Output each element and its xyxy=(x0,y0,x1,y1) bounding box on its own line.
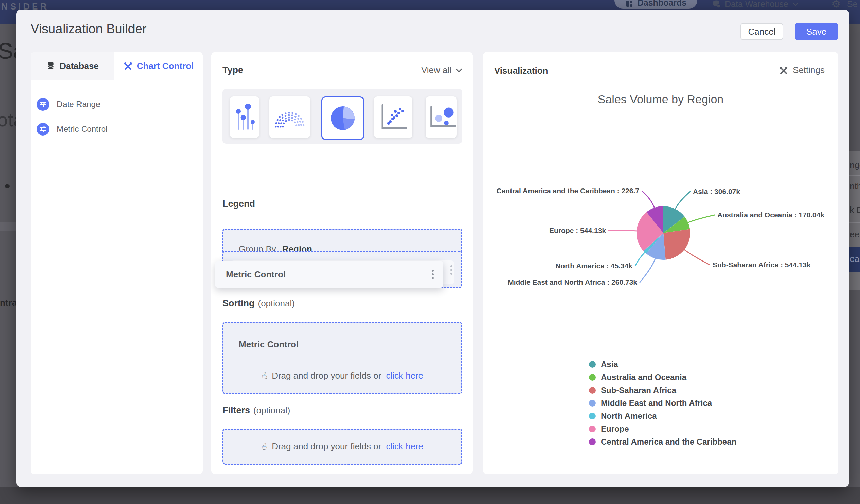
gear-icon[interactable]: ⚙ xyxy=(831,0,841,10)
screen: NSIDER Dashboards Data Warehouse ⚙ Se Sa… xyxy=(0,0,860,504)
tap-hand-icon: ☝ xyxy=(260,441,268,452)
scatter-chart-icon xyxy=(379,103,407,131)
sidebar-item-date-range[interactable]: Date Range xyxy=(37,98,100,111)
legend-label: Asia xyxy=(601,360,618,369)
pie-label-central-america-and-the-caribbean: Central America and the Caribbean : 226.… xyxy=(496,187,639,195)
legend-label: Middle East and North Africa xyxy=(601,398,712,408)
legend-item-europe[interactable]: Europe xyxy=(589,425,736,433)
pie-chart-icon xyxy=(329,105,356,131)
chart-legend: AsiaAustralia and OceaniaSub-Saharan Afr… xyxy=(589,360,736,446)
chart-title: Sales Volume by Region xyxy=(598,93,723,106)
background-band xyxy=(0,222,16,231)
sliders-icon xyxy=(37,123,49,135)
pie-label-australia-and-oceania: Australia and Oceania : 170.04k xyxy=(717,211,824,219)
pie-label-north-america: North America : 45.34k xyxy=(555,262,632,270)
legend-item-asia[interactable]: Asia xyxy=(589,360,736,369)
sliders-icon xyxy=(37,98,49,111)
dashboards-grid-icon xyxy=(625,0,633,8)
chevron-down-icon xyxy=(456,68,462,72)
legend-dot xyxy=(589,400,596,406)
divider xyxy=(849,199,860,199)
chart-config-panel: Type View all xyxy=(211,52,473,474)
value-drop-zone[interactable]: Metric Control Metric Control xyxy=(223,251,462,288)
database-icon xyxy=(712,0,721,9)
legend-item-central-america-and-the-caribbean[interactable]: Central America and the Caribbean xyxy=(589,438,736,446)
pie-leader-line xyxy=(687,215,715,223)
type-section-label: Type xyxy=(223,65,243,75)
filters-drop-zone[interactable]: ☝ Drag and drop your fields or click her… xyxy=(223,429,462,465)
modal-title: Visualization Builder xyxy=(31,22,147,36)
pie-label-asia: Asia : 306.07k xyxy=(693,187,740,195)
sidebar-item-label: Metric Control xyxy=(57,124,108,134)
click-here-link[interactable]: click here xyxy=(386,441,423,452)
view-all-button[interactable]: View all xyxy=(421,65,462,75)
pie-label-europe: Europe : 544.13k xyxy=(549,227,606,234)
chart-type-bubble[interactable] xyxy=(426,97,457,138)
click-here-link[interactable]: click here xyxy=(386,371,423,381)
value-field-label: Metric Control xyxy=(226,269,286,280)
sorting-field-label: Metric Control xyxy=(239,339,299,350)
sorting-optional-label: (optional) xyxy=(258,298,295,309)
bubble-chart-icon xyxy=(428,103,457,131)
nav-dashboards[interactable]: Dashboards xyxy=(614,0,697,9)
background-menu-item-selected-label: ear xyxy=(850,254,860,264)
legend-dot xyxy=(589,438,596,445)
background-bottom-strip xyxy=(0,487,860,504)
value-field-dragging-card[interactable]: Metric Control xyxy=(215,261,443,288)
sidebar-item-label: Date Range xyxy=(57,100,100,109)
drop-hint-text: Drag and drop your fields or xyxy=(272,371,381,381)
filters-optional-label: (optional) xyxy=(253,405,290,416)
viz-settings-button[interactable]: Settings xyxy=(779,65,825,75)
chart-type-strip xyxy=(223,89,462,144)
chart-type-lollipop[interactable] xyxy=(230,97,259,138)
kebab-menu-icon[interactable] xyxy=(432,270,434,279)
fields-panel: Database Chart Control Date Range Metric… xyxy=(31,52,203,474)
lollipop-chart-icon xyxy=(234,103,255,132)
legend-dot xyxy=(589,426,596,432)
legend-section-label: Legend xyxy=(223,199,255,209)
drop-hint-text: Drag and drop your fields or xyxy=(272,441,381,452)
sorting-drop-zone[interactable]: Metric Control ☝ Drag and drop your fiel… xyxy=(223,322,462,394)
tab-chart-control[interactable]: Chart Control xyxy=(114,52,203,80)
nav-data-warehouse[interactable]: Data Warehouse xyxy=(712,0,799,9)
pie-leader-line xyxy=(675,191,690,210)
legend-label: Europe xyxy=(601,424,629,434)
legend-dot xyxy=(589,374,596,381)
background-menu-item: nge xyxy=(850,160,860,170)
background-menu-item: k D xyxy=(850,205,860,215)
legend-item-australia-and-oceania[interactable]: Australia and Oceania xyxy=(589,373,736,381)
divider xyxy=(849,175,860,176)
cancel-button[interactable]: Cancel xyxy=(741,23,783,40)
legend-label: North America xyxy=(601,411,657,421)
sidebar-item-metric-control[interactable]: Metric Control xyxy=(37,122,108,136)
pie-leader-line xyxy=(642,191,655,208)
visualization-panel: Visualization Settings Sales Volume by R… xyxy=(483,52,838,474)
chart-type-pie[interactable] xyxy=(321,97,364,140)
pie-leader-line xyxy=(609,231,637,231)
chart-type-scatter[interactable] xyxy=(374,97,412,138)
legend-item-north-america[interactable]: North America xyxy=(589,412,736,420)
tap-hand-icon: ☝ xyxy=(260,370,268,382)
legend-item-middle-east-and-north-africa[interactable]: Middle East and North Africa xyxy=(589,399,736,407)
tools-icon xyxy=(779,66,788,75)
divider xyxy=(849,222,860,223)
visualization-builder-modal: Visualization Builder Cancel Save Databa… xyxy=(16,10,849,487)
legend-dot xyxy=(589,413,596,419)
tab-database-label: Database xyxy=(59,61,99,71)
tab-chart-control-label: Chart Control xyxy=(137,61,194,71)
save-button[interactable]: Save xyxy=(795,23,838,40)
tools-icon xyxy=(124,61,132,70)
background-menu-item: eek xyxy=(850,230,860,240)
kebab-menu-icon[interactable] xyxy=(450,265,453,275)
tab-database[interactable]: Database xyxy=(31,52,114,80)
chevron-down-icon xyxy=(792,2,799,6)
pie-leader-line xyxy=(684,249,710,265)
pie-label-middle-east-and-north-africa: Middle East and North Africa : 260.73k xyxy=(508,278,637,286)
sorting-section-label: Sorting xyxy=(223,298,255,309)
legend-item-sub-saharan-africa[interactable]: Sub-Saharan Africa xyxy=(589,386,736,394)
legend-label: Central America and the Caribbean xyxy=(601,437,736,447)
view-all-label: View all xyxy=(421,65,452,75)
background-menu-item: nth xyxy=(850,181,860,191)
chart-type-arc[interactable] xyxy=(269,97,310,138)
pie-slice-sub-saharan-africa[interactable] xyxy=(663,229,690,260)
